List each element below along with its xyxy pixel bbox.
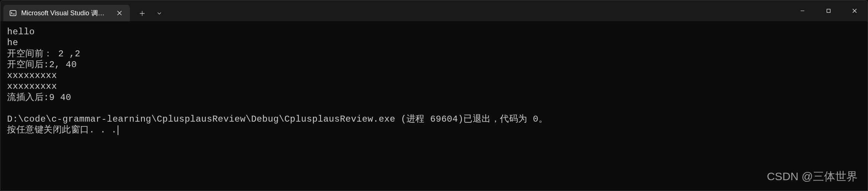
tab-area: Microsoft Visual Studio 调试控: [0, 0, 167, 21]
tab-title: Microsoft Visual Studio 调试控: [21, 9, 111, 18]
watermark: CSDN @三体世界: [767, 169, 858, 184]
terminal-line: 开空间前： 2 ,2: [7, 49, 80, 59]
tab-active[interactable]: Microsoft Visual Studio 调试控: [3, 5, 130, 21]
terminal-line: 流插入后:9 40: [7, 93, 71, 103]
window-frame: Microsoft Visual Studio 调试控: [0, 0, 868, 191]
terminal-output[interactable]: hello he 开空间前： 2 ,2 开空间后:2, 40 xxxxxxxxx…: [0, 21, 868, 141]
terminal-line: xxxxxxxxx: [7, 81, 57, 91]
tab-dropdown-button[interactable]: [151, 6, 167, 21]
new-tab-button[interactable]: [134, 6, 150, 21]
terminal-line: 开空间后:2, 40: [7, 60, 77, 70]
terminal-icon: [9, 9, 17, 17]
titlebar-drag-area[interactable]: [167, 0, 789, 21]
window-controls: [789, 0, 868, 21]
tab-actions: [130, 6, 167, 21]
close-button[interactable]: [842, 0, 868, 21]
terminal-cursor: [118, 125, 118, 135]
titlebar: Microsoft Visual Studio 调试控: [0, 0, 868, 21]
terminal-line: D:\code\c-grammar-learning\CplusplausRev…: [7, 114, 548, 124]
tab-close-button[interactable]: [115, 9, 124, 18]
terminal-line: hello: [7, 27, 35, 37]
terminal-line: xxxxxxxxx: [7, 71, 57, 81]
terminal-line: 按任意键关闭此窗口. . .: [7, 125, 117, 135]
minimize-button[interactable]: [789, 0, 816, 21]
maximize-button[interactable]: [816, 0, 842, 21]
svg-rect-0: [10, 10, 16, 16]
terminal-line: he: [7, 38, 18, 48]
svg-rect-1: [827, 9, 830, 13]
